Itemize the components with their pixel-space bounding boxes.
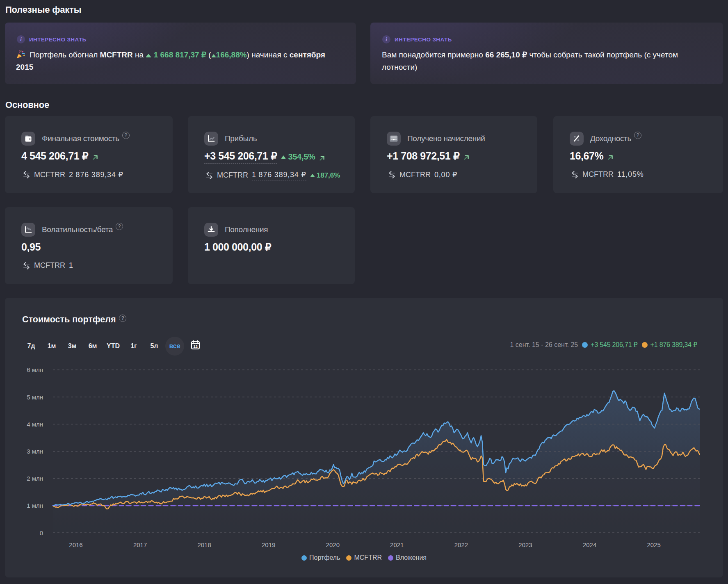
- svg-text:2017: 2017: [133, 541, 147, 548]
- svg-text:4 млн: 4 млн: [27, 421, 43, 428]
- svg-text:5 млн: 5 млн: [27, 394, 43, 401]
- svg-text:2024: 2024: [583, 541, 596, 548]
- svg-text:3 млн: 3 млн: [27, 448, 43, 455]
- svg-text:2 млн: 2 млн: [27, 475, 43, 482]
- svg-text:2023: 2023: [518, 541, 532, 548]
- svg-text:2019: 2019: [262, 541, 275, 548]
- svg-text:2021: 2021: [390, 541, 404, 548]
- svg-text:2020: 2020: [326, 541, 340, 548]
- svg-text:2016: 2016: [69, 541, 82, 548]
- svg-text:0: 0: [40, 529, 43, 536]
- svg-text:2022: 2022: [454, 541, 468, 548]
- svg-text:6 млн: 6 млн: [27, 366, 43, 373]
- svg-text:1 млн: 1 млн: [27, 502, 43, 509]
- svg-text:2018: 2018: [197, 541, 211, 548]
- svg-text:2025: 2025: [647, 541, 660, 548]
